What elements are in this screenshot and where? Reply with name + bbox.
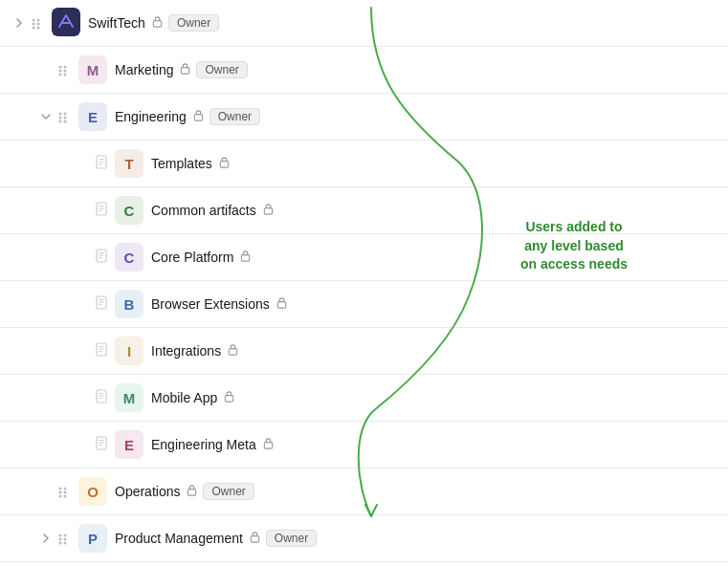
row-label: Integrations [151, 343, 221, 359]
svg-point-5 [37, 27, 40, 30]
row-label: Core Platform [151, 250, 233, 265]
row-product-management[interactable]: PProduct Management Owner [0, 515, 728, 562]
row-browser-extensions[interactable]: BBrowser Extensions [0, 281, 728, 328]
avatar: O [78, 477, 107, 506]
svg-point-18 [64, 113, 67, 116]
svg-point-64 [59, 534, 62, 537]
row-label: Product Management [115, 531, 243, 546]
drag-dots-icon [55, 530, 73, 547]
svg-rect-70 [251, 536, 258, 543]
svg-point-8 [59, 66, 62, 69]
lock-icon [192, 109, 210, 124]
drag-dots-icon [55, 483, 73, 500]
svg-rect-63 [188, 490, 196, 495]
lock-icon [239, 250, 256, 265]
svg-rect-36 [242, 255, 250, 262]
svg-point-2 [33, 27, 35, 30]
row-label: Engineering Meta [151, 437, 256, 452]
svg-point-11 [64, 66, 67, 69]
lock-icon [186, 484, 203, 499]
drag-dots-icon [55, 61, 73, 78]
svg-point-9 [59, 70, 62, 73]
chevron-icon[interactable] [38, 109, 54, 124]
svg-point-68 [64, 538, 67, 541]
avatar: E [78, 102, 107, 131]
page-icon [94, 201, 115, 221]
page-icon [94, 341, 115, 361]
avatar [52, 8, 80, 39]
drag-dots-icon [55, 108, 73, 125]
svg-rect-7 [153, 21, 161, 28]
avatar: C [115, 243, 143, 272]
row-engineering[interactable]: EEngineering Owner [0, 94, 728, 141]
annotation-text: Users added toany level basedon access n… [488, 218, 660, 274]
owner-badge: Owner [196, 61, 247, 78]
owner-badge: Owner [266, 530, 317, 547]
row-marketing[interactable]: MMarketing Owner [0, 47, 728, 94]
avatar: M [78, 55, 107, 84]
lock-icon [262, 437, 279, 452]
svg-point-65 [59, 538, 62, 541]
svg-point-15 [59, 113, 62, 116]
svg-point-62 [64, 495, 67, 498]
svg-point-10 [59, 74, 62, 76]
svg-rect-26 [220, 162, 228, 168]
svg-point-60 [64, 488, 67, 490]
svg-point-3 [37, 19, 40, 22]
row-label: SwiftTech [88, 15, 145, 31]
lock-icon [227, 343, 244, 359]
svg-point-1 [33, 23, 35, 26]
svg-point-61 [64, 491, 67, 494]
svg-point-4 [37, 23, 40, 26]
svg-point-20 [64, 120, 67, 123]
svg-point-0 [33, 19, 35, 22]
row-label: Browser Extensions [151, 296, 270, 312]
svg-point-19 [64, 117, 67, 120]
lock-icon [262, 203, 279, 218]
chevron-icon[interactable] [38, 531, 54, 546]
svg-point-66 [59, 542, 62, 545]
avatar: E [115, 430, 143, 459]
page-icon [94, 248, 115, 268]
row-label: Marketing [115, 62, 173, 77]
owner-badge: Owner [168, 14, 219, 32]
avatar: M [115, 383, 143, 412]
row-swifttech[interactable]: SwiftTech Owner [0, 0, 728, 47]
page-icon [94, 294, 115, 315]
chevron-icon[interactable] [11, 15, 27, 31]
svg-point-59 [59, 495, 62, 498]
lock-icon [179, 62, 196, 77]
svg-rect-51 [226, 396, 233, 403]
row-label: Mobile App [151, 390, 217, 405]
svg-rect-21 [194, 115, 202, 121]
lock-icon [218, 156, 235, 171]
row-mobile-app[interactable]: MMobile App [0, 375, 728, 422]
row-operations[interactable]: OOperations Owner [0, 468, 728, 515]
svg-point-12 [64, 70, 67, 73]
svg-rect-46 [229, 349, 236, 356]
page-icon [94, 388, 115, 408]
row-integrations[interactable]: IIntegrations [0, 328, 728, 375]
lock-icon [276, 296, 293, 312]
svg-rect-41 [277, 302, 285, 309]
svg-rect-14 [182, 68, 189, 75]
row-engineering-meta[interactable]: EEngineering Meta [0, 422, 728, 468]
svg-point-13 [64, 74, 67, 76]
svg-point-67 [64, 534, 67, 537]
lock-icon [223, 390, 240, 405]
page-icon [94, 435, 115, 455]
row-templates[interactable]: TTemplates [0, 141, 728, 187]
lock-icon [151, 15, 168, 31]
owner-badge: Owner [210, 108, 260, 125]
avatar: B [115, 290, 143, 318]
avatar: T [115, 149, 143, 178]
svg-point-69 [64, 542, 67, 545]
row-label: Common artifacts [151, 203, 256, 218]
svg-rect-31 [264, 208, 272, 215]
page-icon [94, 154, 115, 174]
svg-point-58 [59, 491, 62, 494]
lock-icon [249, 531, 266, 546]
drag-dots-icon [29, 14, 46, 32]
avatar: C [115, 196, 143, 225]
row-label: Templates [151, 156, 212, 171]
